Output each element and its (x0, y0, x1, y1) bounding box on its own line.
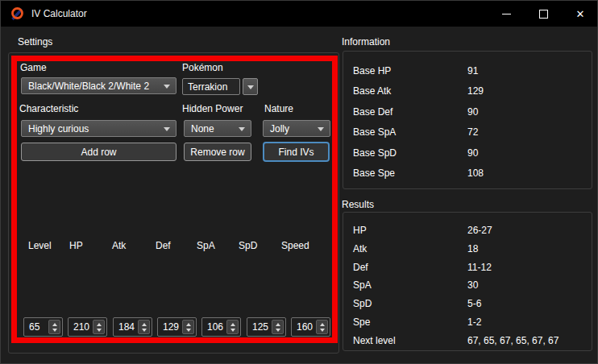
hp-spinbox[interactable]: 210 (68, 317, 107, 337)
settings-groupbox (8, 52, 339, 354)
game-label: Game (20, 62, 47, 73)
spinbox-arrows[interactable] (93, 320, 105, 334)
result-row-spa: SpA30 (343, 276, 592, 295)
stat-header-atk: Atk (112, 240, 126, 251)
spinbox-arrows[interactable] (182, 320, 194, 334)
spin-up-icon (230, 323, 235, 326)
nature-label: Nature (264, 103, 293, 114)
spinbox-arrows[interactable] (226, 320, 239, 334)
stat-value: 1-2 (467, 313, 481, 332)
info-row-base-atk: Base Atk129 (343, 81, 592, 101)
chevron-down-icon (318, 127, 324, 131)
result-row-next-level: Next level67, 65, 67, 65, 67, 67 (343, 332, 592, 350)
settings-section-label: Settings (18, 36, 52, 48)
stat-label: Spe (353, 316, 370, 328)
stat-value: 67, 65, 67, 65, 67, 67 (467, 332, 559, 350)
pokemon-input[interactable]: Terrakion (182, 78, 240, 95)
stat-value: 18 (467, 240, 478, 259)
minimize-button[interactable] (488, 1, 525, 27)
stat-label: HP (353, 225, 367, 236)
stat-value: 72 (467, 122, 478, 143)
pokemon-label: Pokémon (182, 62, 223, 73)
spin-down-icon (142, 329, 147, 332)
level-spinbox[interactable]: 65 (23, 317, 63, 337)
spinbox-arrows[interactable] (316, 320, 328, 334)
game-dropdown[interactable]: Black/White/Black 2/White 2 (21, 77, 176, 94)
nature-dropdown[interactable]: Jolly (263, 120, 330, 137)
spinbox-arrows[interactable] (138, 320, 150, 334)
spin-up-icon (186, 323, 191, 326)
stat-label: SpA (353, 279, 372, 291)
app-logo-icon (10, 6, 26, 22)
chevron-down-icon (247, 85, 254, 89)
minimize-icon (502, 14, 511, 14)
spinbox-value: 184 (114, 321, 135, 333)
stat-value: 90 (467, 143, 478, 163)
spin-down-icon (186, 329, 191, 332)
def-spinbox[interactable]: 129 (157, 317, 197, 337)
spinbox-value: 160 (292, 321, 313, 333)
pokemon-dropdown-button[interactable] (243, 78, 258, 95)
spin-up-icon (320, 323, 325, 326)
spin-up-icon (52, 323, 57, 326)
info-row-base-spa: Base SpA72 (343, 122, 592, 143)
stat-label: Base Def (353, 106, 392, 118)
title-bar: IV Calculator ✕ (1, 1, 597, 27)
characteristic-dropdown[interactable]: Highly curious (21, 120, 176, 137)
chevron-down-icon (164, 127, 170, 131)
results-groupbox: HP26-27 Atk18 Def11-12 SpA30 SpD5-6 Spe1… (343, 212, 592, 351)
stat-label: SpD (353, 298, 372, 309)
stat-value: 11-12 (467, 259, 492, 277)
close-icon: ✕ (576, 9, 585, 19)
maximize-button[interactable] (525, 1, 562, 27)
stat-header-level: Level (28, 240, 52, 251)
spin-down-icon (230, 329, 235, 332)
characteristic-label: Characteristic (19, 103, 78, 114)
info-row-base-spe: Base Spe108 (343, 163, 592, 184)
find-ivs-button[interactable]: Find IVs (263, 142, 330, 162)
stat-header-spa: SpA (197, 240, 215, 251)
chevron-down-icon (164, 85, 170, 89)
information-section-label: Information (342, 36, 390, 48)
spin-down-icon (320, 329, 325, 332)
pokemon-input-value: Terrakion (188, 81, 227, 93)
info-row-base-hp: Base HP91 (343, 61, 592, 81)
hidden-power-label: Hidden Power (182, 103, 243, 114)
spinbox-arrows[interactable] (48, 320, 60, 334)
game-dropdown-value: Black/White/Black 2/White 2 (28, 81, 149, 92)
speed-spinbox[interactable]: 160 (291, 317, 330, 337)
stat-header-def: Def (156, 240, 171, 251)
spa-spinbox[interactable]: 106 (201, 317, 241, 337)
result-row-hp: HP26-27 (343, 221, 592, 240)
stat-value: 129 (467, 81, 484, 101)
spinbox-value: 65 (24, 321, 39, 333)
atk-spinbox[interactable]: 184 (113, 317, 152, 337)
add-row-button[interactable]: Add row (21, 143, 176, 161)
stat-value: 30 (467, 276, 478, 295)
stat-label: Base HP (353, 65, 391, 77)
stat-label: Next level (353, 335, 396, 346)
information-rows: Base HP91 Base Atk129 Base Def90 Base Sp… (343, 52, 592, 184)
spinbox-value: 210 (69, 321, 89, 333)
spin-down-icon (276, 329, 280, 332)
stat-label: Base Atk (353, 85, 391, 97)
spinbox-value: 125 (247, 321, 268, 333)
stat-label: Base SpD (353, 147, 397, 159)
spinbox-value: 129 (158, 321, 179, 333)
iv-calculator-window: IV Calculator ✕ Settings Information Res… (0, 0, 598, 364)
results-rows: HP26-27 Atk18 Def11-12 SpA30 SpD5-6 Spe1… (343, 213, 592, 350)
stat-value: 26-27 (467, 221, 492, 240)
window-title: IV Calculator (31, 1, 87, 27)
spd-spinbox[interactable]: 125 (247, 317, 286, 337)
chevron-down-icon (239, 127, 245, 131)
stat-value: 5-6 (467, 295, 481, 313)
spinbox-arrows[interactable] (272, 320, 284, 334)
info-row-base-def: Base Def90 (343, 102, 592, 122)
spin-down-icon (52, 329, 57, 332)
spin-down-icon (97, 329, 102, 332)
spinbox-value: 106 (202, 321, 223, 333)
stat-value: 90 (467, 102, 478, 122)
hidden-power-dropdown[interactable]: None (184, 120, 251, 137)
remove-row-button[interactable]: Remove row (184, 143, 251, 161)
close-button[interactable]: ✕ (562, 1, 598, 27)
